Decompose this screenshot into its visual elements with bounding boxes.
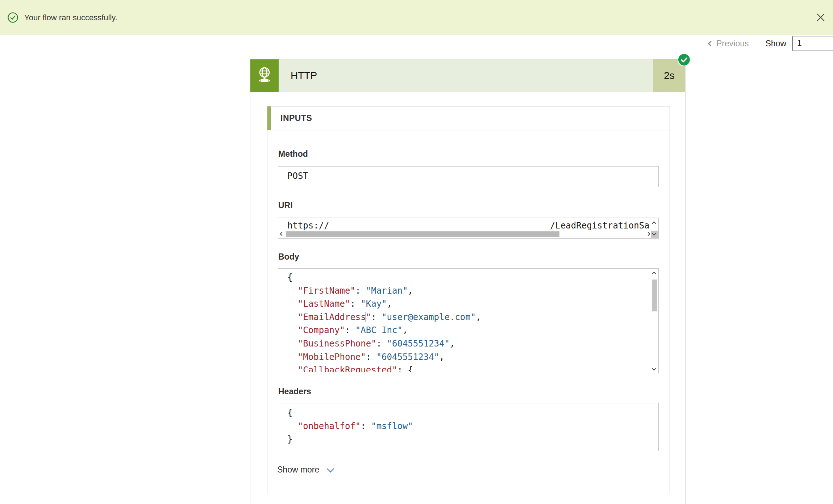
show-label: Show — [765, 39, 786, 49]
inputs-accent-bar — [267, 106, 271, 130]
success-banner: Your flow ran successfully. — [0, 0, 833, 35]
uri-redacted-gap — [329, 220, 550, 231]
scroll-up-icon[interactable] — [652, 221, 656, 225]
check-circle-icon — [7, 12, 18, 23]
show-count-input[interactable]: 1 — [792, 36, 833, 51]
inputs-section: INPUTS Method POST URI https:// /LeadReg… — [267, 106, 670, 493]
uri-scheme: https:// — [287, 220, 329, 231]
action-card-header[interactable]: HTTP 2s — [250, 59, 685, 92]
previous-label: Previous — [716, 39, 749, 49]
previous-button[interactable]: Previous — [709, 39, 749, 49]
chevron-down-icon — [327, 465, 334, 472]
body-json-code: { "FirstName": "Marian", "LastName": "Ka… — [287, 271, 647, 372]
success-check-badge — [678, 53, 691, 66]
scroll-right-icon[interactable] — [646, 232, 650, 236]
run-pager: Previous Show 1 — [709, 36, 833, 51]
scroll-down-icon[interactable] — [652, 366, 656, 370]
action-title: HTTP — [279, 59, 653, 92]
method-value-box[interactable]: POST — [278, 166, 659, 187]
uri-scrollbar-thumb[interactable] — [286, 231, 559, 237]
body-scrollbar-thumb[interactable] — [652, 280, 657, 311]
uri-text: https:// /LeadRegistrationSam — [287, 220, 650, 231]
body-vertical-scrollbar[interactable] — [651, 269, 658, 373]
headers-json-code: { "onbehalfof": "msflow"} — [287, 406, 647, 450]
body-label: Body — [278, 252, 299, 262]
scroll-left-icon[interactable] — [280, 232, 284, 236]
http-connector-icon-box — [250, 59, 279, 92]
show-more-button[interactable]: Show more — [277, 465, 333, 475]
show-more-label: Show more — [277, 465, 319, 475]
inputs-title: INPUTS — [280, 113, 312, 123]
uri-label: URI — [278, 201, 293, 210]
http-globe-icon — [256, 66, 273, 85]
body-value-box[interactable]: { "FirstName": "Marian", "LastName": "Ka… — [278, 268, 659, 373]
http-action-card: HTTP 2s INPUTS Method POST URI https:// … — [250, 59, 686, 504]
inputs-section-header: INPUTS — [267, 106, 670, 130]
scroll-up-icon[interactable] — [652, 272, 656, 276]
close-icon[interactable] — [815, 12, 826, 23]
uri-value-box[interactable]: https:// /LeadRegistrationSam — [278, 218, 659, 239]
uri-scroll-corner[interactable] — [651, 231, 658, 238]
uri-path: /LeadRegistrationSam — [550, 220, 650, 231]
method-label: Method — [278, 149, 308, 159]
headers-label: Headers — [278, 387, 311, 396]
flow-run-page: Your flow ran successfully. Previous Sho… — [0, 0, 833, 504]
headers-value-box[interactable]: { "onbehalfof": "msflow"} — [278, 403, 659, 451]
uri-horizontal-scrollbar[interactable] — [280, 231, 650, 237]
chevron-left-icon — [708, 41, 714, 46]
banner-message: Your flow ran successfully. — [24, 13, 117, 22]
scroll-down-icon[interactable] — [652, 231, 656, 235]
